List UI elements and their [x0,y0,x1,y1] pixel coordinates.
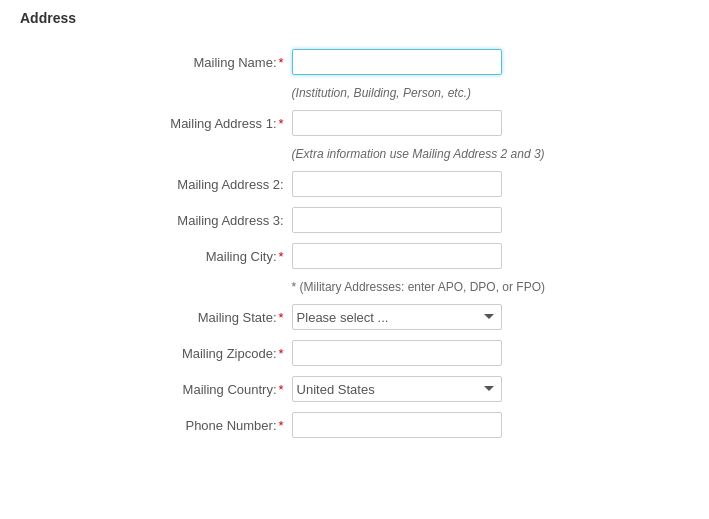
mailing-city-input[interactable] [292,243,502,269]
mailing-name-hint: (Institution, Building, Person, etc.) [292,86,471,100]
mailing-city-hint: * (Military Addresses: enter APO, DPO, o… [292,280,545,294]
mailing-zipcode-required: * [279,346,284,361]
mailing-state-label: Mailing State: [198,310,277,325]
mailing-address3-input[interactable] [292,207,502,233]
phone-number-label: Phone Number: [185,418,276,433]
mailing-address3-label: Mailing Address 3: [177,213,283,228]
phone-number-required: * [279,418,284,433]
mailing-country-select[interactable]: United States [292,376,502,402]
mailing-name-required: * [279,55,284,70]
mailing-name-input[interactable] [292,49,502,75]
mailing-address1-hint: (Extra information use Mailing Address 2… [292,147,545,161]
mailing-name-label: Mailing Name: [193,55,276,70]
mailing-zipcode-input[interactable] [292,340,502,366]
mailing-zipcode-label: Mailing Zipcode: [182,346,277,361]
mailing-address2-input[interactable] [292,171,502,197]
section-title: Address [20,10,689,30]
mailing-country-required: * [279,382,284,397]
mailing-address1-label: Mailing Address 1: [170,116,276,131]
mailing-address1-required: * [279,116,284,131]
mailing-city-required: * [279,249,284,264]
mailing-address1-input[interactable] [292,110,502,136]
mailing-city-label: Mailing City: [206,249,277,264]
mailing-address2-label: Mailing Address 2: [177,177,283,192]
mailing-state-select[interactable]: Please select ... [292,304,502,330]
phone-number-input[interactable] [292,412,502,438]
mailing-state-required: * [279,310,284,325]
mailing-country-label: Mailing Country: [183,382,277,397]
